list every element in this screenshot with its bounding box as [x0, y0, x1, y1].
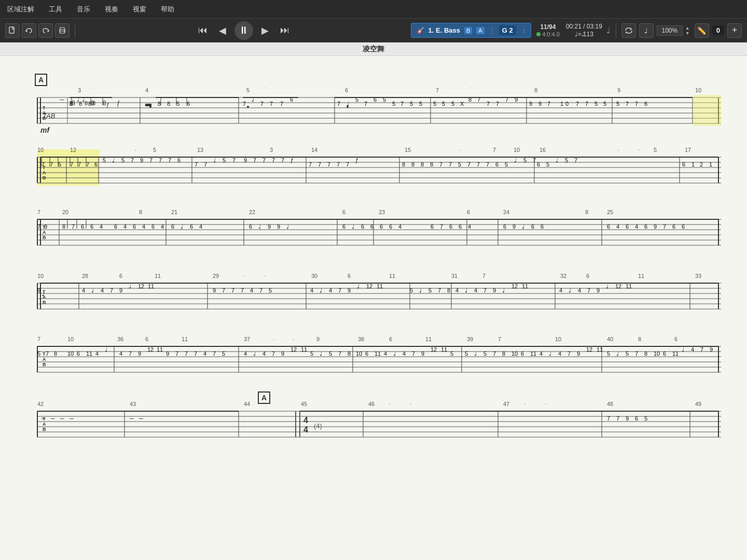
- undo-button[interactable]: [22, 23, 36, 38]
- svg-text:5: 5: [607, 351, 610, 357]
- svg-text:A: A: [261, 394, 267, 402]
- toolbar-separator-2: [616, 23, 616, 38]
- svg-text:12: 12: [366, 283, 372, 289]
- zoom-control: 100% ▲ ▼: [657, 25, 691, 36]
- zoom-down[interactable]: ▼: [684, 31, 691, 36]
- tempo-button[interactable]: ♩: [639, 23, 654, 38]
- svg-text:5: 5: [223, 157, 226, 163]
- right-toolbar: ♩ 100% ▲ ▼ ✏️ 0 +: [621, 23, 742, 38]
- svg-text:33: 33: [695, 273, 701, 279]
- svg-text:6: 6: [187, 101, 190, 107]
- svg-text:7: 7: [168, 157, 171, 163]
- svg-text:4: 4: [244, 351, 247, 357]
- svg-text:5: 5: [246, 87, 250, 93]
- svg-text:11: 11: [301, 346, 307, 353]
- next-button[interactable]: ▶: [257, 23, 273, 38]
- svg-text:32: 32: [560, 273, 566, 279]
- zoom-stepper[interactable]: ▲ ▼: [684, 25, 691, 36]
- file-button[interactable]: [5, 23, 20, 38]
- svg-text:7: 7: [337, 161, 340, 167]
- svg-text:12: 12: [290, 346, 297, 353]
- svg-text:7: 7: [439, 161, 442, 167]
- svg-text:4: 4: [82, 287, 85, 293]
- svg-text:7: 7: [272, 157, 275, 163]
- svg-text:♩: ♩: [253, 351, 256, 357]
- svg-text:6: 6: [663, 351, 666, 357]
- redo-button[interactable]: [38, 23, 53, 38]
- menu-help[interactable]: 帮助: [158, 4, 177, 15]
- svg-text:6: 6: [114, 223, 117, 230]
- svg-text:─: ─: [59, 96, 64, 103]
- menu-sight-read[interactable]: 视奏: [102, 4, 121, 15]
- menu-window[interactable]: 视窗: [130, 4, 149, 15]
- svg-text:5: 5: [458, 161, 461, 167]
- zoom-up[interactable]: ▲: [684, 25, 691, 31]
- svg-text:7: 7: [86, 161, 89, 167]
- svg-text:10: 10: [695, 87, 701, 93]
- svg-text:9: 9: [166, 351, 169, 357]
- svg-text:5: 5: [654, 147, 657, 153]
- svg-text:·: ·: [293, 336, 294, 342]
- svg-text:8: 8: [167, 101, 170, 107]
- svg-text:7: 7: [260, 101, 264, 107]
- svg-text:A: A: [43, 422, 46, 427]
- svg-text:44: 44: [244, 401, 250, 407]
- score-area[interactable]: A TAB 3 · 4 5 · 6 7 · · 8 9: [0, 56, 747, 560]
- svg-text:4: 4: [468, 223, 471, 230]
- pencil-button[interactable]: ✏️: [695, 23, 709, 38]
- menu-tools[interactable]: 工具: [46, 4, 65, 15]
- svg-text:♩: ♩: [569, 287, 571, 293]
- svg-text:6: 6: [537, 161, 540, 167]
- svg-text:7: 7: [149, 157, 153, 163]
- svg-text:·: ·: [455, 85, 457, 91]
- svg-text:6: 6: [682, 223, 685, 230]
- svg-text:9: 9: [348, 287, 351, 293]
- svg-text:ƒ: ƒ: [117, 100, 120, 107]
- svg-text:9: 9: [577, 351, 580, 357]
- svg-text:7: 7: [412, 351, 415, 357]
- svg-text:9: 9: [710, 346, 713, 353]
- svg-text:B: B: [43, 175, 46, 180]
- svg-text:9: 9: [513, 223, 516, 230]
- svg-text:7: 7: [346, 161, 349, 167]
- to-start-button[interactable]: ⏮: [195, 23, 211, 38]
- svg-text:5: 5: [103, 157, 106, 163]
- svg-text:5: 5: [616, 101, 619, 107]
- svg-text:48: 48: [607, 401, 613, 407]
- svg-text:45: 45: [301, 401, 307, 407]
- svg-text:8: 8: [79, 101, 82, 107]
- svg-text:8: 8: [502, 351, 505, 357]
- svg-text:4: 4: [145, 87, 148, 93]
- svg-text:7: 7: [204, 161, 207, 167]
- svg-text:7: 7: [318, 161, 321, 167]
- loop-button[interactable]: [621, 23, 636, 38]
- svg-text:5: 5: [483, 351, 487, 357]
- prev-button[interactable]: ◀: [215, 23, 230, 38]
- svg-text:6: 6: [370, 223, 374, 230]
- svg-text:6: 6: [449, 223, 452, 230]
- svg-text:6: 6: [586, 273, 589, 279]
- plus-button[interactable]: +: [727, 23, 742, 38]
- to-end-button[interactable]: ⏭: [277, 23, 293, 38]
- svg-text:40: 40: [607, 336, 613, 342]
- tempo-display: ♩=𝅗𝅥 113: [575, 31, 593, 38]
- svg-text:6: 6: [607, 223, 610, 230]
- left-toolbar-group: [5, 23, 70, 38]
- track-badge-b: B: [464, 27, 472, 34]
- svg-text:7: 7: [37, 336, 40, 342]
- svg-text:4: 4: [95, 351, 99, 357]
- svg-text:6: 6: [151, 223, 155, 230]
- svg-text:12: 12: [138, 283, 144, 289]
- menu-annotation[interactable]: 区域注解: [4, 4, 37, 15]
- svg-text:7: 7: [483, 287, 487, 293]
- menu-music[interactable]: 音乐: [74, 4, 93, 15]
- svg-text:8: 8: [103, 100, 106, 107]
- time-sig: 4:0:4.0: [542, 31, 560, 37]
- svg-text:8: 8: [638, 336, 641, 342]
- svg-text:17: 17: [685, 147, 691, 153]
- svg-text:22: 22: [249, 209, 255, 215]
- play-pause-button[interactable]: ⏸: [234, 21, 253, 40]
- print-button[interactable]: [55, 23, 70, 38]
- tempo-icon: ♩=𝅗𝅥: [575, 31, 582, 38]
- svg-text:7: 7: [232, 157, 236, 163]
